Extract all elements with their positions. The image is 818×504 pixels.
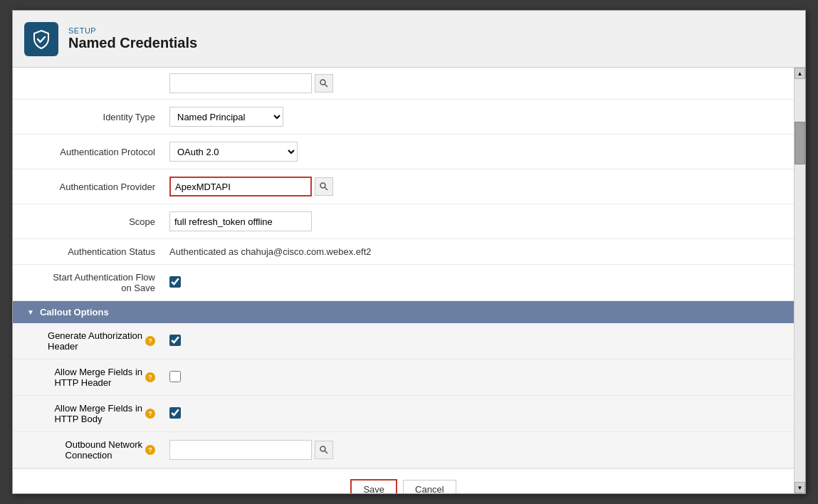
allow-merge-body-label: Allow Merge Fields inHTTP Body <box>54 403 142 424</box>
save-button[interactable]: Save <box>350 479 397 493</box>
scope-row: Scope <box>13 204 794 239</box>
main-content: Identity Type Named Principal Per User A… <box>13 68 794 493</box>
outbound-input-group <box>169 440 780 460</box>
outbound-network-control <box>169 440 780 460</box>
svg-line-5 <box>325 451 328 454</box>
top-lookup-button[interactable] <box>315 74 333 93</box>
cancel-button[interactable]: Cancel <box>403 480 456 493</box>
auth-status-value: Authenticated as chahuja@cisco.com.webex… <box>169 246 371 257</box>
callout-options-header: ▼ Callout Options <box>13 301 794 323</box>
start-auth-label: Start Authentication Flow on Save <box>27 272 169 293</box>
allow-merge-http-label: Allow Merge Fields inHTTP Header <box>54 367 142 388</box>
top-field-row <box>13 68 794 100</box>
gen-auth-header-row: Generate AuthorizationHeader ? <box>13 323 794 359</box>
header-text-block: SETUP Named Credentials <box>68 26 197 51</box>
shield-icon <box>31 29 51 49</box>
auth-provider-lookup-button[interactable] <box>315 177 333 196</box>
allow-merge-http-checkbox[interactable] <box>169 371 181 382</box>
svg-point-2 <box>320 183 325 188</box>
scope-label: Scope <box>27 216 169 227</box>
auth-provider-row: Authentication Provider <box>13 169 794 204</box>
outbound-network-input[interactable] <box>169 440 312 460</box>
allow-merge-http-header-row: Allow Merge Fields inHTTP Header ? <box>13 359 794 396</box>
allow-merge-body-label-group: Allow Merge Fields inHTTP Body ? <box>27 403 169 424</box>
scroll-down-button[interactable]: ▼ <box>795 482 805 493</box>
auth-protocol-select[interactable]: OAuth 2.0 Password Certificate No Authen… <box>169 142 298 162</box>
footer-row: Save Cancel <box>13 468 794 493</box>
callout-options-label: Callout Options <box>40 307 109 317</box>
outbound-lookup-button[interactable] <box>315 441 333 459</box>
auth-provider-label: Authentication Provider <box>27 182 169 192</box>
auth-status-row: Authentication Status Authenticated as c… <box>13 239 794 265</box>
outbound-network-label-group: Outbound NetworkConnection ? <box>27 439 169 461</box>
lookup-icon-2 <box>319 182 329 191</box>
auth-provider-control <box>169 177 780 196</box>
allow-merge-body-info-icon[interactable]: ? <box>145 409 155 419</box>
allow-merge-body-control <box>169 407 780 421</box>
auth-protocol-row: Authentication Protocol OAuth 2.0 Passwo… <box>13 135 794 169</box>
top-input-field[interactable] <box>169 73 312 93</box>
auth-status-control: Authenticated as chahuja@cisco.com.webex… <box>169 246 780 257</box>
gen-auth-info-icon[interactable]: ? <box>145 336 155 346</box>
svg-line-3 <box>325 188 328 191</box>
svg-point-4 <box>320 446 325 451</box>
app-icon <box>24 22 58 56</box>
auth-provider-input-group <box>169 177 780 196</box>
lookup-icon-3 <box>319 445 329 455</box>
gen-auth-header-control <box>169 335 780 348</box>
scope-control <box>169 211 780 231</box>
auth-provider-input[interactable] <box>169 177 312 196</box>
setup-label: SETUP <box>68 26 197 35</box>
allow-merge-http-control <box>169 371 780 384</box>
start-auth-checkbox[interactable] <box>169 276 181 288</box>
section-collapse-icon[interactable]: ▼ <box>27 308 34 316</box>
auth-status-label: Authentication Status <box>27 246 169 257</box>
allow-merge-http-info-icon[interactable]: ? <box>145 372 155 382</box>
form-top: Identity Type Named Principal Per User A… <box>13 68 794 493</box>
gen-auth-header-label: Generate AuthorizationHeader <box>48 330 142 352</box>
page-header: SETUP Named Credentials <box>13 11 805 68</box>
scroll-up-button[interactable]: ▲ <box>795 68 805 79</box>
svg-point-0 <box>320 80 325 85</box>
identity-type-control: Named Principal Per User <box>169 107 780 127</box>
start-auth-control <box>169 276 780 290</box>
scroll-track <box>795 79 805 482</box>
outbound-network-row: Outbound NetworkConnection ? <box>13 432 794 468</box>
scrollbar: ▲ ▼ <box>794 68 805 493</box>
auth-protocol-control: OAuth 2.0 Password Certificate No Authen… <box>169 142 780 162</box>
allow-merge-body-checkbox[interactable] <box>169 407 181 419</box>
outbound-network-label: Outbound NetworkConnection <box>65 439 142 461</box>
callout-options-section: Generate AuthorizationHeader ? Allow Mer… <box>13 323 794 468</box>
allow-merge-http-body-row: Allow Merge Fields inHTTP Body ? <box>13 396 794 432</box>
identity-type-row: Identity Type Named Principal Per User <box>13 100 794 135</box>
lookup-icon <box>319 78 329 88</box>
outbound-info-icon[interactable]: ? <box>145 445 155 455</box>
start-auth-row: Start Authentication Flow on Save <box>13 265 794 301</box>
svg-line-1 <box>325 85 328 88</box>
main-window: SETUP Named Credentials <box>12 10 806 494</box>
content-area: Identity Type Named Principal Per User A… <box>13 68 805 493</box>
page-title: Named Credentials <box>68 35 197 51</box>
scroll-thumb[interactable] <box>795 122 805 164</box>
top-input-container <box>169 73 333 93</box>
allow-merge-http-label-group: Allow Merge Fields inHTTP Header ? <box>27 367 169 388</box>
identity-type-label: Identity Type <box>27 112 169 122</box>
scope-input[interactable] <box>169 211 312 231</box>
gen-auth-header-label-group: Generate AuthorizationHeader ? <box>27 330 169 352</box>
identity-type-select[interactable]: Named Principal Per User <box>169 107 283 127</box>
gen-auth-header-checkbox[interactable] <box>169 335 181 346</box>
auth-protocol-label: Authentication Protocol <box>27 147 169 157</box>
